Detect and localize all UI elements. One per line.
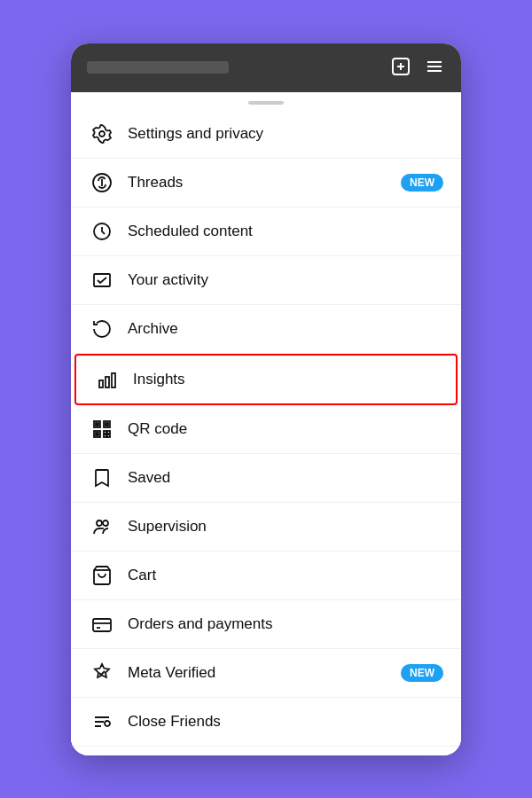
svg-point-6 [99,131,105,137]
scheduled-icon [89,221,115,242]
threads-icon [89,172,115,193]
svg-rect-18 [96,433,98,435]
svg-point-25 [103,520,108,526]
meta-verified-label: Meta Verified [128,664,401,682]
svg-rect-9 [99,380,103,387]
menu-item-saved[interactable]: Saved [71,454,461,503]
menu-item-archive[interactable]: Archive [71,305,461,354]
activity-label: Your activity [128,271,443,289]
saved-icon [89,467,115,489]
svg-rect-8 [94,274,110,286]
svg-rect-14 [96,423,98,426]
insights-icon [94,369,121,390]
qrcode-icon [89,419,115,440]
svg-rect-27 [93,619,111,631]
cart-icon [89,565,115,586]
menu-item-activity[interactable]: Your activity [71,256,461,305]
archive-label: Archive [128,320,443,338]
top-bar-icons [390,56,445,80]
supervision-label: Supervision [128,518,443,536]
menu-item-supervision[interactable]: Supervision [71,503,461,552]
close-friends-icon [89,711,115,732]
svg-rect-21 [107,431,110,434]
supervision-icon [89,516,115,537]
drag-handle [71,92,461,110]
insights-label: Insights [133,371,438,388]
archive-icon [89,318,115,340]
menu-item-close-friends[interactable]: Close Friends [71,698,461,747]
hamburger-icon[interactable] [424,56,445,80]
activity-icon [89,270,115,291]
threads-badge: NEW [401,174,443,192]
saved-label: Saved [128,469,443,487]
menu-list: Settings and privacy Threads NEW [71,110,461,755]
orders-icon [89,614,115,635]
close-friends-label: Close Friends [128,713,443,731]
menu-item-qrcode[interactable]: QR code [71,405,461,454]
menu-item-cart[interactable]: Cart [71,552,461,600]
verified-icon [89,662,115,684]
svg-rect-10 [106,377,109,387]
menu-item-orders[interactable]: Orders and payments [71,600,461,649]
drag-handle-bar [248,101,284,105]
svg-point-33 [105,721,110,726]
meta-verified-badge: NEW [401,664,443,682]
menu-item-insights[interactable]: Insights [74,354,458,405]
phone-container: Settings and privacy Threads NEW [71,43,461,755]
svg-rect-23 [107,434,110,437]
menu-item-scheduled[interactable]: Scheduled content [71,207,461,256]
qrcode-label: QR code [128,420,443,438]
menu-item-threads[interactable]: Threads NEW [71,159,461,207]
scheduled-label: Scheduled content [128,223,443,240]
cart-label: Cart [128,567,443,584]
menu-item-settings[interactable]: Settings and privacy [71,110,461,159]
threads-label: Threads [128,174,401,192]
top-bar-title-blur [87,61,229,74]
svg-rect-20 [104,431,106,434]
settings-label: Settings and privacy [128,125,443,143]
svg-rect-16 [106,423,108,426]
orders-label: Orders and payments [128,615,443,633]
svg-point-24 [97,520,102,526]
plus-icon[interactable] [390,56,411,80]
menu-item-meta-verified[interactable]: Meta Verified NEW [71,649,461,698]
svg-rect-11 [112,373,115,387]
top-bar [71,43,461,92]
settings-icon [89,123,115,145]
svg-rect-22 [104,434,106,437]
